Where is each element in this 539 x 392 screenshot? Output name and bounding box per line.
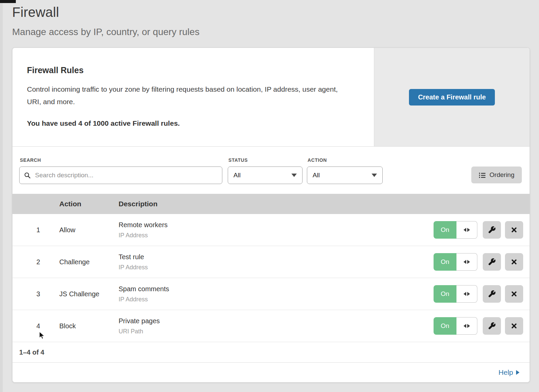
rule-description-text: Private pages [119, 317, 434, 325]
delete-rule-button[interactable] [505, 317, 523, 335]
edit-rule-button[interactable] [483, 285, 501, 303]
table-row: 3 JS Challenge Spam comments IP Address … [12, 278, 530, 310]
rule-priority: 3 [12, 290, 40, 298]
rule-controls: On [434, 317, 523, 335]
status-filter: STATUS All [228, 155, 303, 194]
table-header: Action Description [12, 194, 530, 214]
wrench-icon [488, 290, 496, 298]
wrench-icon [488, 226, 496, 234]
chevron-down-icon [372, 174, 377, 177]
rule-description-text: Spam comments [119, 285, 434, 293]
left-right-arrows-icon [456, 317, 477, 335]
help-link[interactable]: Help [499, 368, 519, 376]
help-row: Help [12, 363, 530, 382]
rule-description-text: Test rule [119, 253, 434, 261]
search-icon [24, 172, 31, 179]
delete-rule-button[interactable] [505, 221, 523, 239]
firewall-page: Firewall Manage access by IP, country, o… [12, 0, 530, 383]
card-description: Control incoming traffic to your zone by… [27, 83, 354, 108]
ordering-button[interactable]: Ordering [471, 167, 522, 183]
card-title: Firewall Rules [27, 65, 354, 75]
chevron-right-icon [516, 370, 519, 375]
status-select[interactable]: All [228, 167, 303, 184]
rule-match-type: URI Path [119, 328, 434, 335]
rule-enabled-toggle[interactable]: On [434, 221, 477, 239]
ordering-button-label: Ordering [489, 171, 514, 179]
rule-action: JS Challenge [59, 290, 119, 298]
search-label: SEARCH [20, 157, 222, 163]
pagination: 1–4 of 4 [12, 342, 530, 363]
search-box [19, 167, 222, 184]
rule-description: Private pages URI Path [119, 317, 434, 335]
column-header-action: Action [59, 200, 119, 208]
edit-rule-button[interactable] [483, 253, 501, 271]
toggle-on-label: On [434, 221, 456, 239]
chevron-down-icon [291, 174, 297, 177]
close-icon [510, 258, 518, 266]
create-firewall-rule-button[interactable]: Create a Firewall rule [409, 89, 495, 105]
search-input[interactable] [34, 171, 217, 179]
rule-description-text: Remote workers [119, 221, 434, 229]
status-selected-value: All [233, 172, 241, 179]
rule-description: Remote workers IP Address [119, 221, 434, 239]
delete-rule-button[interactable] [505, 285, 523, 303]
rule-match-type: IP Address [119, 296, 434, 303]
rule-action: Challenge [59, 258, 119, 266]
rule-action: Block [59, 322, 119, 330]
wrench-icon [488, 258, 496, 266]
action-select[interactable]: All [307, 167, 383, 184]
rule-description: Spam comments IP Address [119, 285, 434, 303]
close-icon [510, 322, 518, 330]
delete-rule-button[interactable] [505, 253, 523, 271]
table-row: 4 Block Private pages URI Path On [12, 310, 530, 342]
rule-action: Allow [59, 226, 119, 234]
filters-bar: SEARCH STATUS All ACTION [12, 147, 530, 194]
firewall-cards: Firewall Rules Control incoming traffic … [12, 48, 530, 383]
action-filter: ACTION All [307, 155, 383, 194]
action-label: ACTION [308, 157, 383, 163]
page-subtitle: Manage access by IP, country, or query r… [12, 26, 530, 37]
list-ordering-icon [479, 172, 486, 178]
table-row: 1 Allow Remote workers IP Address On [12, 214, 530, 246]
rule-enabled-toggle[interactable]: On [434, 317, 477, 335]
left-right-arrows-icon [456, 221, 477, 239]
help-link-label: Help [499, 368, 513, 376]
rule-match-type: IP Address [119, 264, 434, 271]
rule-controls: On [434, 221, 523, 239]
left-right-arrows-icon [456, 285, 477, 303]
table-row: 2 Challenge Test rule IP Address On [12, 246, 530, 278]
toggle-on-label: On [434, 253, 456, 271]
rule-enabled-toggle[interactable]: On [434, 285, 477, 303]
rule-description: Test rule IP Address [119, 253, 434, 271]
page-header: Firewall Manage access by IP, country, o… [12, 0, 530, 37]
toggle-on-label: On [434, 317, 456, 335]
status-label: STATUS [228, 157, 303, 163]
rule-priority: 1 [12, 226, 40, 234]
close-icon [510, 290, 518, 298]
edit-rule-button[interactable] [483, 317, 501, 335]
column-header-description: Description [119, 200, 530, 208]
window-edge-strip [0, 0, 3, 392]
rules-usage-text: You have used 4 of 1000 active Firewall … [27, 119, 354, 127]
wrench-icon [488, 322, 496, 330]
firewall-rules-info: Firewall Rules Control incoming traffic … [12, 48, 374, 146]
pagination-text: 1–4 of 4 [19, 349, 44, 356]
create-rule-panel: Create a Firewall rule [374, 48, 530, 146]
edit-rule-button[interactable] [483, 221, 501, 239]
ordering-container: Ordering [471, 155, 522, 194]
rule-priority: 2 [12, 258, 40, 266]
firewall-rules-card: Firewall Rules Control incoming traffic … [12, 48, 530, 147]
rule-controls: On [434, 253, 523, 271]
action-selected-value: All [313, 172, 320, 179]
rule-controls: On [434, 285, 523, 303]
rule-priority: 4 [12, 322, 40, 330]
search-filter: SEARCH [19, 155, 222, 194]
rule-enabled-toggle[interactable]: On [434, 253, 477, 271]
toggle-on-label: On [434, 285, 456, 303]
close-icon [510, 226, 518, 234]
page-title: Firewall [12, 4, 530, 20]
rule-match-type: IP Address [119, 232, 434, 239]
left-right-arrows-icon [456, 253, 477, 271]
